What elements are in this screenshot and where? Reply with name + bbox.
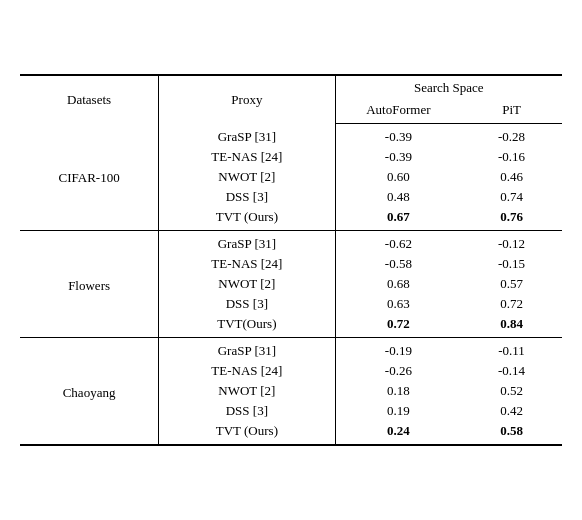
proxy-cell: DSS [3] <box>159 187 335 207</box>
pit-value: -0.16 <box>461 147 562 167</box>
autoformer-value: 0.63 <box>335 294 461 314</box>
pit-value: 0.46 <box>461 167 562 187</box>
dataset-cell: Chaoyang <box>20 338 159 446</box>
col-header-datasets: Datasets <box>20 75 159 124</box>
autoformer-value: 0.72 <box>335 314 461 338</box>
pit-value: -0.14 <box>461 361 562 381</box>
table-row: CIFAR-100GraSP [31]-0.39-0.28 <box>20 124 562 148</box>
results-table: Datasets Proxy Search Space AutoFormer P… <box>20 74 562 446</box>
autoformer-value: 0.48 <box>335 187 461 207</box>
pit-value: -0.11 <box>461 338 562 362</box>
autoformer-value: -0.58 <box>335 254 461 274</box>
proxy-cell: TVT(Ours) <box>159 314 335 338</box>
col-header-proxy: Proxy <box>159 75 335 124</box>
proxy-cell: NWOT [2] <box>159 167 335 187</box>
pit-value: 0.74 <box>461 187 562 207</box>
pit-value: 0.52 <box>461 381 562 401</box>
table-container: Datasets Proxy Search Space AutoFormer P… <box>20 74 562 446</box>
pit-value: 0.76 <box>461 207 562 231</box>
autoformer-value: -0.39 <box>335 124 461 148</box>
col-header-pit: PiT <box>461 100 562 124</box>
proxy-cell: TE-NAS [24] <box>159 147 335 167</box>
autoformer-value: 0.24 <box>335 421 461 445</box>
proxy-cell: TE-NAS [24] <box>159 361 335 381</box>
pit-value: -0.28 <box>461 124 562 148</box>
proxy-cell: NWOT [2] <box>159 381 335 401</box>
pit-value: 0.58 <box>461 421 562 445</box>
dataset-cell: CIFAR-100 <box>20 124 159 231</box>
autoformer-value: 0.19 <box>335 401 461 421</box>
table-row: ChaoyangGraSP [31]-0.19-0.11 <box>20 338 562 362</box>
proxy-cell: DSS [3] <box>159 401 335 421</box>
pit-value: 0.84 <box>461 314 562 338</box>
dataset-cell: Flowers <box>20 231 159 338</box>
autoformer-value: -0.62 <box>335 231 461 255</box>
pit-value: 0.57 <box>461 274 562 294</box>
pit-value: 0.72 <box>461 294 562 314</box>
proxy-cell: GraSP [31] <box>159 338 335 362</box>
autoformer-value: -0.39 <box>335 147 461 167</box>
table-row: FlowersGraSP [31]-0.62-0.12 <box>20 231 562 255</box>
proxy-cell: TVT (Ours) <box>159 421 335 445</box>
proxy-cell: TVT (Ours) <box>159 207 335 231</box>
pit-value: -0.12 <box>461 231 562 255</box>
pit-value: 0.42 <box>461 401 562 421</box>
autoformer-value: 0.67 <box>335 207 461 231</box>
autoformer-value: -0.19 <box>335 338 461 362</box>
pit-value: -0.15 <box>461 254 562 274</box>
autoformer-value: 0.60 <box>335 167 461 187</box>
autoformer-value: 0.18 <box>335 381 461 401</box>
col-header-search-space: Search Space <box>335 75 562 100</box>
proxy-cell: TE-NAS [24] <box>159 254 335 274</box>
proxy-cell: NWOT [2] <box>159 274 335 294</box>
proxy-cell: DSS [3] <box>159 294 335 314</box>
proxy-cell: GraSP [31] <box>159 231 335 255</box>
proxy-cell: GraSP [31] <box>159 124 335 148</box>
autoformer-value: 0.68 <box>335 274 461 294</box>
autoformer-value: -0.26 <box>335 361 461 381</box>
col-header-autoformer: AutoFormer <box>335 100 461 124</box>
